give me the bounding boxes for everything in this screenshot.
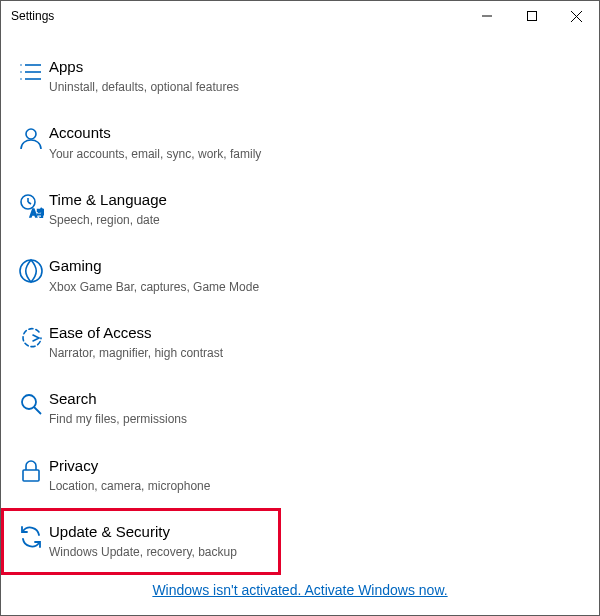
settings-item-desc: Narrator, magnifier, high contrast (49, 345, 269, 361)
settings-item-desc: Location, camera, microphone (49, 478, 269, 494)
svg-rect-18 (23, 470, 39, 481)
svg-rect-1 (527, 12, 536, 21)
update-security-icon (13, 522, 49, 550)
settings-item-gaming[interactable]: Gaming Xbox Game Bar, captures, Game Mod… (1, 242, 281, 308)
settings-item-title: Apps (49, 57, 269, 77)
settings-item-title: Privacy (49, 456, 269, 476)
settings-item-desc: Xbox Game Bar, captures, Game Mode (49, 279, 269, 295)
titlebar: Settings (1, 1, 599, 31)
svg-text:A字: A字 (30, 208, 44, 218)
search-icon (13, 389, 49, 417)
minimize-button[interactable] (464, 1, 509, 31)
settings-item-title: Update & Security (49, 522, 269, 542)
activation-notice: Windows isn't activated. Activate Window… (1, 581, 599, 599)
settings-item-desc: Speech, region, date (49, 212, 269, 228)
settings-item-desc: Find my files, permissions (49, 411, 269, 427)
close-button[interactable] (554, 1, 599, 31)
activation-link[interactable]: Windows isn't activated. Activate Window… (152, 582, 447, 598)
accounts-icon (13, 123, 49, 151)
gaming-icon (13, 256, 49, 284)
ease-of-access-icon (13, 323, 49, 351)
settings-item-desc: Uninstall, defaults, optional features (49, 79, 269, 95)
settings-item-title: Ease of Access (49, 323, 269, 343)
maximize-button[interactable] (509, 1, 554, 31)
privacy-icon (13, 456, 49, 484)
apps-icon (13, 57, 49, 85)
window-controls (464, 1, 599, 31)
settings-item-ease-of-access[interactable]: Ease of Access Narrator, magnifier, high… (1, 309, 281, 375)
svg-point-10 (26, 129, 36, 139)
settings-item-title: Gaming (49, 256, 269, 276)
settings-list: Apps Uninstall, defaults, optional featu… (1, 31, 599, 575)
svg-line-13 (28, 202, 31, 204)
settings-item-search[interactable]: Search Find my files, permissions (1, 375, 281, 441)
time-language-icon: A字 (13, 190, 49, 218)
window-title: Settings (11, 9, 464, 23)
svg-point-16 (22, 395, 36, 409)
svg-line-17 (34, 407, 41, 414)
settings-item-update-security[interactable]: Update & Security Windows Update, recove… (1, 508, 281, 574)
settings-item-desc: Windows Update, recovery, backup (49, 544, 269, 560)
settings-item-time-language[interactable]: A字 Time & Language Speech, region, date (1, 176, 281, 242)
svg-point-15 (20, 260, 42, 282)
settings-item-desc: Your accounts, email, sync, work, family (49, 146, 269, 162)
settings-item-title: Accounts (49, 123, 269, 143)
settings-item-title: Time & Language (49, 190, 269, 210)
settings-item-accounts[interactable]: Accounts Your accounts, email, sync, wor… (1, 109, 281, 175)
settings-item-apps[interactable]: Apps Uninstall, defaults, optional featu… (1, 43, 281, 109)
settings-item-title: Search (49, 389, 269, 409)
settings-item-privacy[interactable]: Privacy Location, camera, microphone (1, 442, 281, 508)
